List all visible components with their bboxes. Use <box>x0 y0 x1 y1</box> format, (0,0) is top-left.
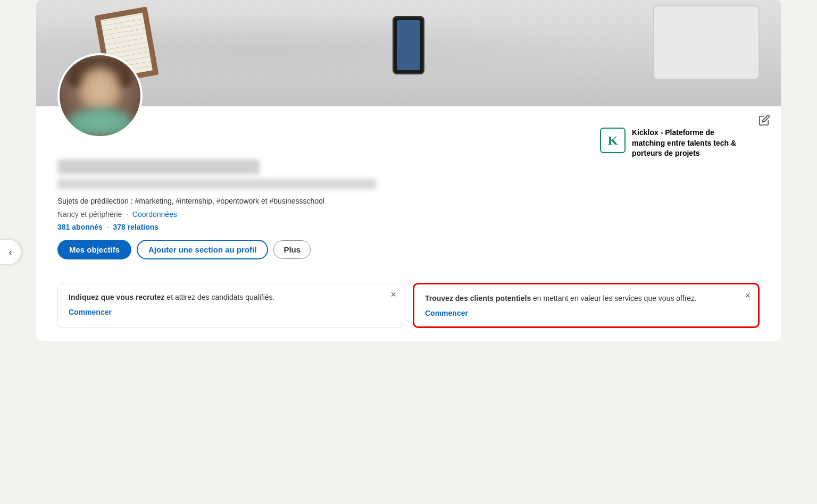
avatar-face <box>80 68 120 112</box>
profile-name-area <box>57 159 760 189</box>
add-section-button[interactable]: Ajouter une section au profil <box>137 240 268 259</box>
suggestion-card-clients: × Trouvez des clients potentiels en mett… <box>413 283 760 328</box>
suggestion-text-1: Indiquez que vous recrutez et attirez de… <box>69 292 393 303</box>
chevron-left-icon: ‹ <box>9 247 12 258</box>
avatar-body <box>68 108 132 136</box>
suggestion-close-2[interactable]: × <box>745 291 751 300</box>
suggestion-rest-1: et attirez des candidats qualifiés. <box>164 293 274 301</box>
suggestion-text-2: Trouvez des clients potentiels en mettan… <box>425 293 747 304</box>
company-name: Kicklox - Plateforme de matching entre t… <box>632 128 749 159</box>
stats-separator: · <box>107 223 109 231</box>
profile-topics: Sujets de prédilection : #marketing, #in… <box>57 196 760 207</box>
relations-link[interactable]: 378 relations <box>113 223 159 231</box>
more-button[interactable]: Plus <box>273 240 311 259</box>
avatar <box>57 53 143 138</box>
action-buttons: Mes objectifs Ajouter une section au pro… <box>57 240 760 259</box>
avatar-image <box>60 55 140 136</box>
profile-info: Sujets de prédilection : #marketing, #in… <box>36 149 781 272</box>
pencil-icon <box>758 114 770 126</box>
suggestion-card-recruit: × Indiquez que vous recrutez et attirez … <box>57 283 404 328</box>
suggestion-close-1[interactable]: × <box>390 290 396 299</box>
edit-profile-button[interactable] <box>758 114 770 128</box>
profile-name-blurred <box>57 159 260 174</box>
suggestion-rest-2: en mettant en valeur les services que vo… <box>531 294 697 303</box>
company-logo: K <box>600 128 626 153</box>
profile-banner <box>36 0 781 106</box>
mes-objectifs-button[interactable]: Mes objectifs <box>57 240 131 259</box>
banner-phone-decoration <box>393 16 424 74</box>
suggestion-cta-2[interactable]: Commencer <box>425 309 468 317</box>
coordonnees-link[interactable]: Coordonnées <box>132 210 177 219</box>
company-logo-letter: K <box>608 133 618 148</box>
suggestion-cta-1[interactable]: Commencer <box>69 308 112 316</box>
company-info: Kicklox - Plateforme de matching entre t… <box>632 128 749 159</box>
banner-laptop-decoration <box>653 5 760 80</box>
profile-stats: 381 abonnés · 378 relations <box>57 223 760 231</box>
suggestion-strong-1: Indiquez que vous recrutez <box>69 293 164 301</box>
profile-location: Nancy et périphérie · Coordonnées <box>57 210 760 219</box>
profile-subtitle-blurred <box>57 179 377 189</box>
back-chevron-button[interactable]: ‹ <box>0 239 21 265</box>
company-badge: K Kicklox - Plateforme de matching entre… <box>600 128 749 159</box>
suggestion-strong-2: Trouvez des clients potentiels <box>425 294 531 303</box>
location-text: Nancy et périphérie <box>57 210 122 219</box>
suggestions-area: × Indiquez que vous recrutez et attirez … <box>57 283 760 328</box>
profile-card: K Kicklox - Plateforme de matching entre… <box>36 0 781 341</box>
followers-link[interactable]: 381 abonnés <box>57 223 103 231</box>
